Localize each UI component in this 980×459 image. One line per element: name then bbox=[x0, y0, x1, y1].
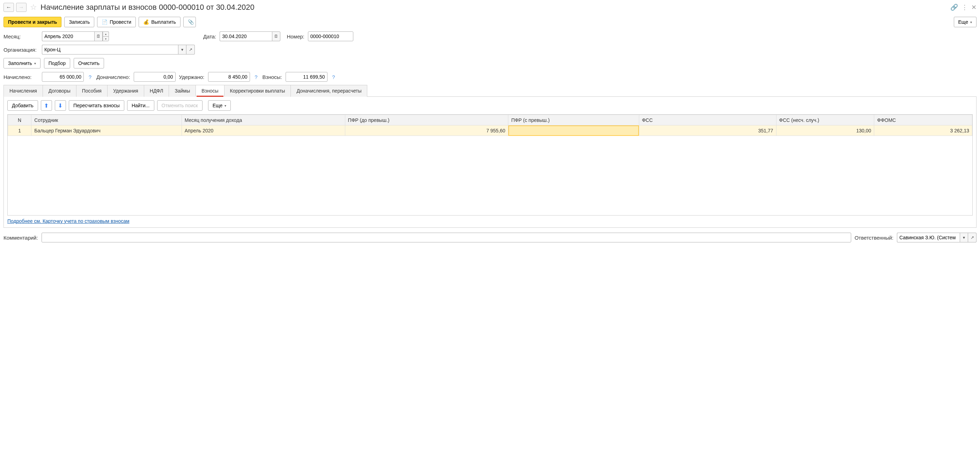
calendar-icon[interactable]: 🗓 bbox=[94, 32, 103, 41]
date-input-group[interactable]: 🗓 bbox=[220, 32, 280, 41]
move-down-button[interactable]: ⬇ bbox=[55, 100, 66, 111]
find-button[interactable]: Найти... bbox=[127, 100, 154, 111]
org-label: Организация: bbox=[3, 47, 38, 53]
cell-fss[interactable]: 351,77 bbox=[639, 125, 776, 136]
post-icon: 📄 bbox=[102, 19, 108, 25]
accrued-value[interactable] bbox=[42, 72, 84, 82]
tab-ndfl[interactable]: НДФЛ bbox=[144, 85, 169, 97]
number-input[interactable] bbox=[308, 32, 353, 41]
details-link[interactable]: Подробнее см. Карточку учета по страховы… bbox=[7, 218, 129, 224]
contributions-grid: N Сотрудник Месяц получения дохода ПФР (… bbox=[8, 115, 972, 136]
post-and-close-button[interactable]: Провести и закрыть bbox=[3, 17, 62, 27]
org-open-icon[interactable]: ↗ bbox=[186, 45, 195, 54]
pay-button[interactable]: 💰 Выплатить bbox=[138, 17, 180, 27]
responsible-dropdown-icon[interactable]: ▾ bbox=[960, 233, 968, 242]
move-up-button[interactable]: ⬆ bbox=[41, 100, 52, 111]
month-up-button[interactable]: ▲ bbox=[103, 32, 109, 36]
tab-recalc[interactable]: Доначисления, перерасчеты bbox=[291, 85, 367, 97]
month-down-button[interactable]: ▼ bbox=[103, 36, 109, 41]
col-fss-acc[interactable]: ФСС (несч. случ.) bbox=[776, 115, 874, 125]
tab-contracts[interactable]: Договоры bbox=[43, 85, 76, 97]
tab-bar: Начисления Договоры Пособия Удержания НД… bbox=[3, 84, 977, 97]
responsible-open-icon[interactable]: ↗ bbox=[968, 233, 977, 242]
cell-ffoms[interactable]: 3 262,13 bbox=[874, 125, 972, 136]
col-ffoms[interactable]: ФФОМС bbox=[874, 115, 972, 125]
post-button[interactable]: 📄 Провести bbox=[97, 17, 136, 27]
col-employee[interactable]: Сотрудник bbox=[32, 115, 181, 125]
date-calendar-icon[interactable]: 🗓 bbox=[272, 32, 280, 41]
more-button-top[interactable]: Еще bbox=[954, 17, 977, 27]
responsible-input[interactable] bbox=[897, 233, 960, 242]
add-row-button[interactable]: Добавить bbox=[7, 100, 38, 111]
comment-input[interactable] bbox=[41, 233, 851, 242]
cell-n[interactable]: 1 bbox=[8, 125, 32, 136]
contrib-label: Взносы: bbox=[262, 74, 282, 80]
accrued-help-icon[interactable]: ? bbox=[87, 74, 93, 80]
arrow-up-icon: ⬆ bbox=[44, 102, 49, 109]
withheld-help-icon[interactable]: ? bbox=[253, 74, 259, 80]
col-n[interactable]: N bbox=[8, 115, 32, 125]
org-input-group[interactable]: ▾ ↗ bbox=[42, 45, 195, 54]
col-pfr-above[interactable]: ПФР (с превыш.) bbox=[508, 115, 639, 125]
number-label: Номер: bbox=[286, 33, 304, 40]
fill-button[interactable]: Заполнить bbox=[3, 58, 40, 69]
additional-label: Доначислено: bbox=[96, 74, 130, 80]
pay-icon: 💰 bbox=[143, 19, 149, 25]
additional-value[interactable] bbox=[134, 72, 176, 82]
month-input[interactable] bbox=[42, 32, 94, 41]
month-input-group[interactable]: 🗓 ▲ ▼ bbox=[42, 32, 109, 41]
paperclip-icon: 📎 bbox=[188, 19, 194, 25]
contrib-value[interactable] bbox=[286, 72, 328, 82]
cell-fss-acc[interactable]: 130,00 bbox=[776, 125, 874, 136]
col-month[interactable]: Месяц получения дохода bbox=[181, 115, 345, 125]
nav-back-button[interactable]: ← bbox=[3, 3, 14, 12]
recalc-contrib-button[interactable]: Пересчитать взносы bbox=[69, 100, 124, 111]
tab-accruals[interactable]: Начисления bbox=[3, 85, 43, 97]
contributions-grid-container[interactable]: N Сотрудник Месяц получения дохода ПФР (… bbox=[7, 114, 973, 215]
kebab-menu-icon[interactable]: ⋮ bbox=[961, 3, 968, 11]
cell-pfr-above[interactable] bbox=[508, 125, 639, 136]
org-input[interactable] bbox=[42, 45, 178, 54]
tab-deductions[interactable]: Удержания bbox=[107, 85, 144, 97]
link-icon[interactable]: 🔗 bbox=[950, 3, 958, 11]
tab-corrections[interactable]: Корректировки выплаты bbox=[224, 85, 291, 97]
page-title: Начисление зарплаты и взносов 0000-00001… bbox=[40, 3, 948, 12]
cancel-find-button: Отменить поиск bbox=[157, 100, 202, 111]
col-pfr-below[interactable]: ПФР (до превыш.) bbox=[345, 115, 508, 125]
table-row[interactable]: 1 Бальцер Герман Эдуардович Апрель 2020 … bbox=[8, 125, 972, 136]
cell-month[interactable]: Апрель 2020 bbox=[181, 125, 345, 136]
date-input[interactable] bbox=[220, 32, 272, 41]
close-icon[interactable]: ✕ bbox=[971, 3, 977, 11]
arrow-down-icon: ⬇ bbox=[58, 102, 62, 109]
org-dropdown-icon[interactable]: ▾ bbox=[178, 45, 186, 54]
date-label: Дата: bbox=[203, 33, 216, 40]
responsible-input-group[interactable]: ▾ ↗ bbox=[897, 233, 977, 242]
comment-label: Комментарий: bbox=[3, 235, 38, 241]
withheld-value[interactable] bbox=[208, 72, 250, 82]
tab-loans[interactable]: Займы bbox=[169, 85, 196, 97]
cell-pfr-below[interactable]: 7 955,60 bbox=[345, 125, 508, 136]
more-button-inner[interactable]: Еще bbox=[208, 100, 231, 111]
responsible-label: Ответственный: bbox=[855, 235, 893, 241]
nav-forward-button[interactable]: → bbox=[16, 3, 27, 12]
tab-contributions[interactable]: Взносы bbox=[196, 85, 224, 97]
tab-benefits[interactable]: Пособия bbox=[76, 85, 108, 97]
accrued-label: Начислено: bbox=[3, 74, 38, 80]
attachment-button[interactable]: 📎 bbox=[183, 17, 196, 27]
col-fss[interactable]: ФСС bbox=[639, 115, 776, 125]
contrib-help-icon[interactable]: ? bbox=[331, 74, 337, 80]
cell-employee[interactable]: Бальцер Герман Эдуардович bbox=[32, 125, 181, 136]
withheld-label: Удержано: bbox=[179, 74, 205, 80]
clear-button[interactable]: Очистить bbox=[74, 58, 104, 69]
favorite-star-icon[interactable]: ☆ bbox=[30, 3, 37, 12]
month-label: Месяц: bbox=[3, 33, 38, 40]
save-button[interactable]: Записать bbox=[64, 17, 94, 27]
pick-button[interactable]: Подбор bbox=[44, 58, 70, 69]
